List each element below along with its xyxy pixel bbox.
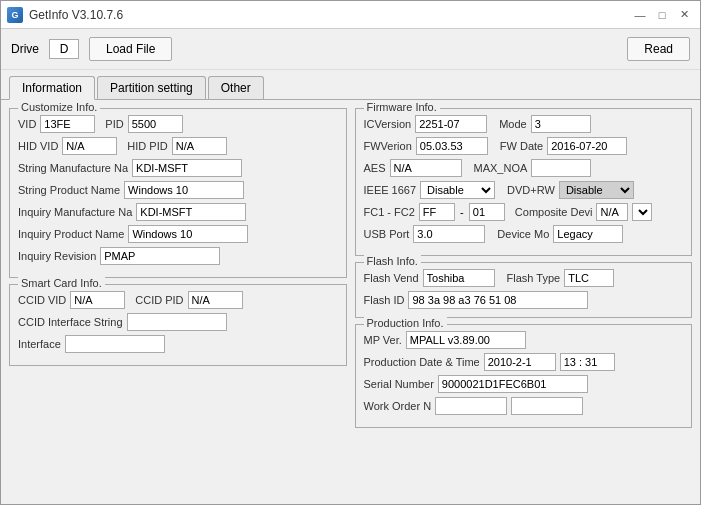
ieee-dvdrw-row: IEEE 1667 Disable Enable DVD+RW Disable … xyxy=(364,181,684,199)
inquiry-revision-row: Inquiry Revision xyxy=(18,247,338,265)
window-controls: — □ ✕ xyxy=(630,6,694,24)
vid-label: VID xyxy=(18,118,36,130)
prod-date-input[interactable] xyxy=(484,353,556,371)
interface-input[interactable] xyxy=(65,335,165,353)
dvdrw-label: DVD+RW xyxy=(507,184,555,196)
aes-input[interactable] xyxy=(390,159,462,177)
vid-pid-row: VID PID xyxy=(18,115,338,133)
flash-vend-input[interactable] xyxy=(423,269,495,287)
main-content: Customize Info. VID PID HID VID HID PID xyxy=(1,100,700,504)
close-button[interactable]: ✕ xyxy=(674,6,694,24)
serial-input[interactable] xyxy=(438,375,588,393)
fwdate-label: FW Date xyxy=(500,140,543,152)
device-mode-label: Device Mo xyxy=(497,228,549,240)
interface-row: Interface xyxy=(18,335,338,353)
fc2-input[interactable] xyxy=(469,203,505,221)
ccid-interface-input[interactable] xyxy=(127,313,227,331)
flash-info-title: Flash Info. xyxy=(364,255,421,267)
right-panel: Firmware Info. ICVersion Mode FWVerion F… xyxy=(355,108,693,496)
maximize-button[interactable]: □ xyxy=(652,6,672,24)
ccid-pid-label: CCID PID xyxy=(135,294,183,306)
tab-other[interactable]: Other xyxy=(208,76,264,99)
production-info-group: Production Info. MP Ver. Production Date… xyxy=(355,324,693,428)
max-noa-input[interactable] xyxy=(531,159,591,177)
minimize-button[interactable]: — xyxy=(630,6,650,24)
firmware-info-title: Firmware Info. xyxy=(364,101,440,113)
fwdate-input[interactable] xyxy=(547,137,627,155)
ccid-pid-input[interactable] xyxy=(188,291,243,309)
left-panel: Customize Info. VID PID HID VID HID PID xyxy=(9,108,347,496)
customize-info-group: Customize Info. VID PID HID VID HID PID xyxy=(9,108,347,278)
flash-vend-label: Flash Vend xyxy=(364,272,419,284)
flash-id-input[interactable] xyxy=(408,291,588,309)
work-order-input1[interactable] xyxy=(435,397,507,415)
read-button[interactable]: Read xyxy=(627,37,690,61)
load-file-button[interactable]: Load File xyxy=(89,37,172,61)
interface-label: Interface xyxy=(18,338,61,350)
serial-label: Serial Number xyxy=(364,378,434,390)
inquiry-revision-input[interactable] xyxy=(100,247,220,265)
composite-select[interactable] xyxy=(632,203,652,221)
fc-separator: - xyxy=(459,206,465,218)
smart-card-title: Smart Card Info. xyxy=(18,277,105,289)
inquiry-revision-label: Inquiry Revision xyxy=(18,250,96,262)
flash-vend-type-row: Flash Vend Flash Type xyxy=(364,269,684,287)
work-order-label: Work Order N xyxy=(364,400,432,412)
drive-label: Drive xyxy=(11,42,39,56)
prod-date-row: Production Date & Time xyxy=(364,353,684,371)
tab-partition-setting[interactable]: Partition setting xyxy=(97,76,206,99)
tab-information[interactable]: Information xyxy=(9,76,95,100)
title-bar-left: G GetInfo V3.10.7.6 xyxy=(7,7,123,23)
inquiry-manuf-input[interactable] xyxy=(136,203,246,221)
vid-input[interactable] xyxy=(40,115,95,133)
drive-value: D xyxy=(49,39,79,59)
dvdrw-select[interactable]: Disable Enable xyxy=(559,181,634,199)
fwversion-fwdate-row: FWVerion FW Date xyxy=(364,137,684,155)
icversion-mode-row: ICVersion Mode xyxy=(364,115,684,133)
hid-vid-input[interactable] xyxy=(62,137,117,155)
string-product-label: String Product Name xyxy=(18,184,120,196)
inquiry-product-input[interactable] xyxy=(128,225,248,243)
inquiry-product-label: Inquiry Product Name xyxy=(18,228,124,240)
usb-devicemode-row: USB Port Device Mo xyxy=(364,225,684,243)
fwversion-input[interactable] xyxy=(416,137,488,155)
mp-ver-input[interactable] xyxy=(406,331,526,349)
flash-type-input[interactable] xyxy=(564,269,614,287)
usb-port-label: USB Port xyxy=(364,228,410,240)
composite-input[interactable] xyxy=(596,203,628,221)
string-product-input[interactable] xyxy=(124,181,244,199)
pid-input[interactable] xyxy=(128,115,183,133)
fc1-fc2-label: FC1 - FC2 xyxy=(364,206,415,218)
fc1-input[interactable] xyxy=(419,203,455,221)
fwversion-label: FWVerion xyxy=(364,140,412,152)
composite-label: Composite Devi xyxy=(515,206,593,218)
device-mode-input[interactable] xyxy=(553,225,623,243)
title-bar: G GetInfo V3.10.7.6 — □ ✕ xyxy=(1,1,700,29)
icversion-input[interactable] xyxy=(415,115,487,133)
mode-input[interactable] xyxy=(531,115,591,133)
string-manuf-label: String Manufacture Na xyxy=(18,162,128,174)
usb-port-input[interactable] xyxy=(413,225,485,243)
mp-ver-row: MP Ver. xyxy=(364,331,684,349)
flash-id-row: Flash ID xyxy=(364,291,684,309)
fc1-fc2-composite-row: FC1 - FC2 - Composite Devi xyxy=(364,203,684,221)
string-manuf-input[interactable] xyxy=(132,159,242,177)
serial-row: Serial Number xyxy=(364,375,684,393)
hid-pid-label: HID PID xyxy=(127,140,167,152)
ieee-select[interactable]: Disable Enable xyxy=(420,181,495,199)
flash-type-label: Flash Type xyxy=(507,272,561,284)
production-info-title: Production Info. xyxy=(364,317,447,329)
inquiry-manuf-label: Inquiry Manufacture Na xyxy=(18,206,132,218)
ccid-vid-pid-row: CCID VID CCID PID xyxy=(18,291,338,309)
ieee-label: IEEE 1667 xyxy=(364,184,417,196)
hid-vid-pid-row: HID VID HID PID xyxy=(18,137,338,155)
hid-pid-input[interactable] xyxy=(172,137,227,155)
app-icon: G xyxy=(7,7,23,23)
work-order-input2[interactable] xyxy=(511,397,583,415)
ccid-vid-input[interactable] xyxy=(70,291,125,309)
aes-maxnoa-row: AES MAX_NOA xyxy=(364,159,684,177)
flash-info-group: Flash Info. Flash Vend Flash Type Flash … xyxy=(355,262,693,318)
mode-label: Mode xyxy=(499,118,527,130)
tabs-container: Information Partition setting Other xyxy=(1,70,700,100)
prod-time-input[interactable] xyxy=(560,353,615,371)
